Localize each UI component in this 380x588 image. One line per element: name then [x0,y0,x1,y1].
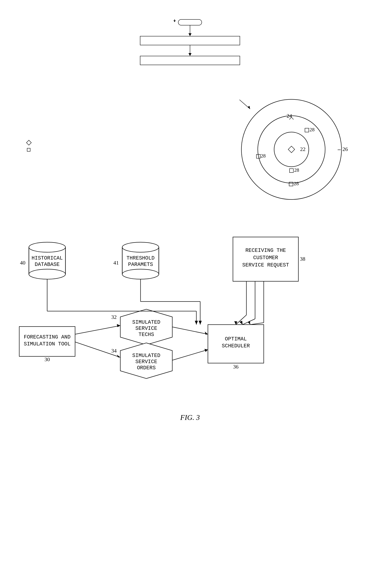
svg-rect-11 [305,128,309,132]
svg-text:SCHEDULER: SCHEDULER [222,343,250,349]
depot-diamond-icon [26,140,32,145]
arrow-1 [190,25,190,36]
svg-text:28: 28 [309,127,315,133]
concentric-circles-svg: 24 22 26 28 28 [218,86,353,217]
svg-rect-15 [289,169,293,172]
svg-text:RECEIVING THE: RECEIVING THE [246,247,286,253]
svg-marker-79 [117,355,120,357]
svg-text:SIMULATION TOOL: SIMULATION TOOL [24,341,71,347]
svg-text:41: 41 [114,260,119,266]
svg-text:26: 26 [342,146,348,152]
svg-text:28: 28 [294,181,299,186]
legend-depot [27,141,34,145]
legend-service [27,148,34,152]
svg-text:32: 32 [111,314,117,320]
svg-text:SIMULATED: SIMULATED [132,353,160,359]
box-create-schedule [140,56,240,65]
svg-text:OPTIMAL: OPTIMAL [225,336,247,342]
svg-text:SIMULATED: SIMULATED [132,319,160,325]
svg-text:SERVICE: SERVICE [135,359,157,365]
svg-marker-62 [195,321,198,325]
fig3-caption: FIG. 3 [180,413,200,421]
svg-text:28: 28 [261,153,266,159]
svg-text:40: 40 [20,260,25,266]
box-receive [140,36,240,45]
svg-marker-66 [199,321,202,325]
svg-text:HISTORICAL: HISTORICAL [32,255,63,261]
svg-marker-77 [117,324,120,327]
svg-marker-81 [205,332,208,335]
svg-text:SERVICE: SERVICE [135,325,157,331]
svg-text:38: 38 [300,256,305,262]
start-oval [178,19,202,25]
svg-text:TECHS: TECHS [138,332,154,338]
fig3-section: HISTORICAL DATABASE 40 THRESHOLD PARAMET… [15,227,365,422]
fig2-section: 24 22 26 28 28 [15,80,365,215]
svg-text:36: 36 [233,364,239,370]
svg-line-80 [172,327,208,334]
fig3-main-svg: HISTORICAL DATABASE 40 THRESHOLD PARAMET… [15,227,365,411]
arrow-2 [190,45,190,56]
svg-rect-10 [288,146,295,153]
svg-line-76 [75,325,120,334]
svg-text:DATABASE: DATABASE [35,262,60,267]
svg-text:34: 34 [111,348,117,354]
svg-text:THRESHOLD: THRESHOLD [127,255,154,261]
service-square-icon [27,148,30,152]
svg-marker-69 [234,321,237,325]
svg-point-2 [258,116,325,183]
flowchart1 [140,19,240,65]
svg-line-82 [172,350,208,360]
svg-point-28 [122,242,159,252]
page: 24 22 26 28 28 [0,0,380,588]
svg-marker-72 [239,321,243,325]
svg-text:SERVICE REQUEST: SERVICE REQUEST [242,262,289,268]
svg-text:FORECASTING AND: FORECASTING AND [24,334,71,340]
fig2-diagram: 24 22 26 28 28 [218,80,353,215]
svg-point-20 [29,242,65,252]
svg-rect-17 [289,182,293,186]
fig2-left [27,133,34,162]
svg-text:24: 24 [287,113,292,119]
svg-marker-9 [247,106,250,109]
svg-point-29 [122,269,159,279]
svg-text:30: 30 [44,356,50,362]
fig2-legend [27,141,34,155]
svg-text:ORDERS: ORDERS [137,365,155,371]
fig1-container [15,19,365,69]
svg-line-74 [250,323,264,325]
svg-text:22: 22 [300,146,305,152]
svg-text:CUSTOMER: CUSTOMER [253,255,278,261]
svg-text:PARAMETS: PARAMETS [128,262,153,267]
svg-text:28: 28 [294,167,299,173]
svg-point-21 [29,269,65,279]
